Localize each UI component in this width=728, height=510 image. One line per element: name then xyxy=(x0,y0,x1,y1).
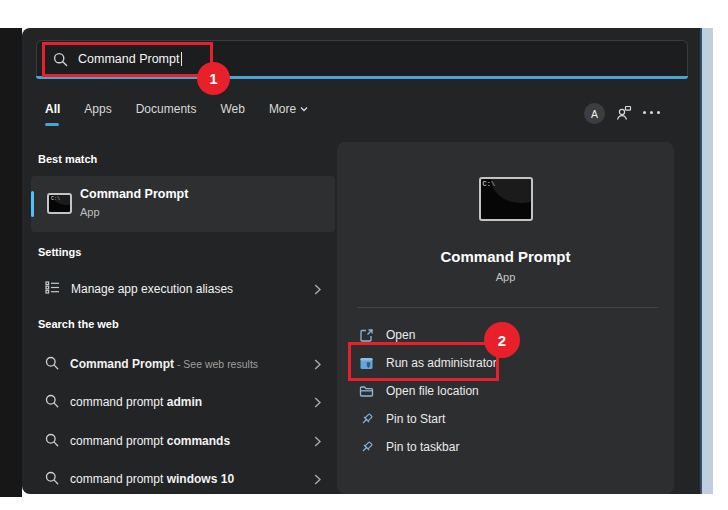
pin-icon xyxy=(359,440,374,455)
chevron-right-icon xyxy=(314,397,321,408)
web-result-label: Command Prompt - See web results xyxy=(70,357,303,371)
tab-apps[interactable]: Apps xyxy=(84,102,111,129)
people-window-icon[interactable] xyxy=(615,104,633,126)
selection-accent-bar xyxy=(31,191,34,217)
annotation-box-run-admin xyxy=(348,342,499,381)
section-heading-settings: Settings xyxy=(38,246,81,258)
web-result-admin[interactable]: command prompt admin xyxy=(31,385,335,419)
background-window-left-strip xyxy=(0,28,22,497)
tab-web[interactable]: Web xyxy=(220,102,244,129)
avatar-letter: A xyxy=(591,108,598,120)
best-match-result[interactable]: C:\ Command Prompt App xyxy=(31,176,335,232)
cmd-window-icon: C:\ xyxy=(479,177,533,221)
action-label: Open file location xyxy=(386,384,479,398)
tab-documents[interactable]: Documents xyxy=(136,102,197,129)
list-settings-icon xyxy=(45,280,60,298)
annotation-box-search xyxy=(42,42,213,77)
annotation-step-2: 2 xyxy=(484,322,520,358)
action-pin-to-start[interactable]: Pin to Start xyxy=(359,405,659,433)
desktop-edge-strip xyxy=(700,28,713,494)
search-icon xyxy=(45,433,59,450)
open-external-icon xyxy=(359,328,374,343)
tab-all[interactable]: All xyxy=(45,102,60,129)
web-result-label: command prompt admin xyxy=(70,395,303,409)
web-result-see-web-results[interactable]: Command Prompt - See web results xyxy=(31,347,335,381)
preview-app-title: Command Prompt xyxy=(440,248,570,265)
chevron-right-icon xyxy=(314,436,321,447)
best-match-subtitle: App xyxy=(80,206,100,218)
preview-app-subtitle: App xyxy=(496,271,516,283)
chevron-right-icon xyxy=(314,359,321,370)
web-result-label: command prompt commands xyxy=(70,434,303,448)
web-result-commands[interactable]: command prompt commands xyxy=(31,424,335,458)
action-label: Open xyxy=(386,328,415,342)
chevron-right-icon xyxy=(314,474,321,485)
tab-more[interactable]: More xyxy=(269,102,308,129)
preview-divider xyxy=(357,307,658,308)
chevron-right-icon xyxy=(314,284,321,295)
action-pin-to-taskbar[interactable]: Pin to taskbar xyxy=(359,433,659,461)
settings-result-manage-aliases[interactable]: Manage app execution aliases xyxy=(31,270,335,308)
search-filter-tabs: All Apps Documents Web More xyxy=(45,102,308,129)
settings-result-label: Manage app execution aliases xyxy=(71,282,303,296)
action-label: Pin to taskbar xyxy=(386,440,459,454)
user-avatar[interactable]: A xyxy=(584,103,605,124)
action-open-file-location[interactable]: Open file location xyxy=(359,377,659,405)
chevron-down-icon xyxy=(300,106,308,112)
action-label: Pin to Start xyxy=(386,412,445,426)
web-result-label: command prompt windows 10 xyxy=(70,472,303,486)
folder-icon xyxy=(359,384,374,399)
best-match-title: Command Prompt xyxy=(80,187,188,201)
annotation-step-1: 1 xyxy=(197,62,230,95)
section-heading-search-web: Search the web xyxy=(38,318,119,330)
section-heading-best-match: Best match xyxy=(38,153,97,165)
cmd-window-icon: C:\ xyxy=(47,193,72,214)
windows-search-screenshot: Command Prompt All Apps Documents Web Mo… xyxy=(0,0,728,510)
more-options-icon[interactable] xyxy=(643,111,660,114)
web-result-windows-10[interactable]: command prompt windows 10 xyxy=(31,462,335,496)
search-icon xyxy=(45,394,59,411)
search-icon xyxy=(45,471,59,488)
search-icon xyxy=(45,356,59,373)
pin-icon xyxy=(359,412,374,427)
